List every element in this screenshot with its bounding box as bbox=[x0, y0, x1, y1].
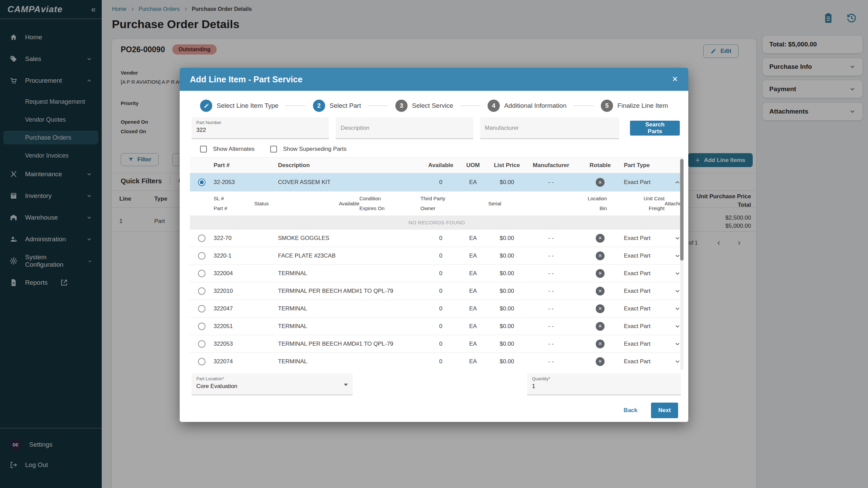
not-rotable-icon: ✕ bbox=[596, 251, 605, 260]
step-finalize-line-item: 5 Finalize Line Item bbox=[601, 100, 668, 112]
modal-title: Add Line Item - Part Service bbox=[190, 75, 302, 84]
part-row[interactable]: 322074 TERMINAL 0 EA $0.00 - - ✕ Exact P… bbox=[190, 353, 684, 370]
part-number-field[interactable]: Part Number bbox=[192, 117, 329, 139]
not-rotable-icon: ✕ bbox=[596, 287, 605, 296]
part-row[interactable]: 322-70 SMOKE GOGGLES 0 EA $0.00 - - ✕ Ex… bbox=[190, 229, 684, 247]
radio-icon[interactable] bbox=[198, 235, 205, 242]
scrollbar-thumb[interactable] bbox=[680, 159, 684, 261]
part-row[interactable]: 3220-1 FACE PLATE #23CAB 0 EA $0.00 - - … bbox=[190, 247, 684, 265]
radio-selected-icon[interactable] bbox=[198, 179, 205, 186]
not-rotable-icon: ✕ bbox=[596, 234, 605, 243]
part-row[interactable]: 322010 TERMINAL PER BEECH AMD#1 TO QPL-7… bbox=[190, 282, 684, 300]
radio-icon[interactable] bbox=[198, 340, 205, 348]
part-row[interactable]: 322051 TERMINAL 0 EA $0.00 - - ✕ Exact P… bbox=[190, 318, 684, 335]
checkbox-icon bbox=[270, 146, 277, 152]
radio-icon[interactable] bbox=[198, 323, 205, 330]
part-row[interactable]: 322047 TERMINAL 0 EA $0.00 - - ✕ Exact P… bbox=[190, 300, 684, 318]
no-records-row: NO RECORDS FOUND bbox=[190, 216, 684, 229]
add-line-item-modal: Add Line Item - Part Service ✕ Select Li… bbox=[180, 68, 688, 422]
not-rotable-icon: ✕ bbox=[596, 340, 605, 348]
stock-sub-table-header: SL #Part # Status Available ConditionExp… bbox=[190, 191, 684, 216]
collapse-row-icon[interactable] bbox=[674, 179, 681, 186]
expand-row-icon[interactable] bbox=[674, 252, 681, 259]
radio-icon[interactable] bbox=[198, 270, 205, 277]
stepper: Select Line Item Type 2 Select Part 3 Se… bbox=[200, 100, 668, 112]
expand-row-icon[interactable] bbox=[674, 270, 681, 277]
show-superseding-parts-checkbox[interactable]: Show Superseding Parts bbox=[270, 146, 347, 152]
manufacturer-input[interactable] bbox=[485, 117, 614, 139]
description-field[interactable] bbox=[336, 117, 473, 139]
part-row[interactable]: 322004 TERMINAL 0 EA $0.00 - - ✕ Exact P… bbox=[190, 265, 684, 282]
radio-icon[interactable] bbox=[198, 252, 205, 260]
not-rotable-icon: ✕ bbox=[596, 304, 605, 313]
close-icon[interactable]: ✕ bbox=[672, 75, 678, 84]
radio-icon[interactable] bbox=[198, 358, 205, 365]
part-row[interactable]: 322053 TERMINAL PER BEECH AMD#1 TO QPL-7… bbox=[190, 335, 684, 353]
not-rotable-icon: ✕ bbox=[596, 269, 605, 278]
quantity-field[interactable]: Quantity* bbox=[527, 373, 681, 395]
quantity-input[interactable] bbox=[532, 383, 676, 390]
expand-row-icon[interactable] bbox=[674, 341, 681, 347]
expand-row-icon[interactable] bbox=[674, 288, 681, 294]
expand-row-icon[interactable] bbox=[674, 323, 681, 330]
step-edit-icon bbox=[200, 100, 212, 112]
next-button[interactable]: Next bbox=[651, 403, 678, 418]
search-parts-button[interactable]: Search Parts bbox=[630, 121, 680, 136]
part-location-value: Core Evaluation bbox=[196, 383, 348, 390]
scrollbar-track[interactable] bbox=[680, 158, 684, 370]
part-number-input[interactable] bbox=[196, 127, 324, 134]
parts-table: Part # Description Available UOM List Pr… bbox=[190, 157, 684, 370]
description-input[interactable] bbox=[340, 117, 468, 139]
expand-row-icon[interactable] bbox=[674, 235, 681, 242]
not-rotable-icon: ✕ bbox=[596, 357, 605, 366]
expand-row-icon[interactable] bbox=[674, 358, 681, 365]
step-additional-information: 4 Additional Information bbox=[488, 100, 567, 112]
parts-rows: 322-70 SMOKE GOGGLES 0 EA $0.00 - - ✕ Ex… bbox=[190, 229, 684, 370]
manufacturer-field[interactable] bbox=[480, 117, 619, 139]
parts-table-header: Part # Description Available UOM List Pr… bbox=[190, 158, 684, 173]
part-location-select[interactable]: Part Location* Core Evaluation bbox=[192, 373, 353, 395]
select-caret-icon bbox=[344, 384, 348, 386]
radio-icon[interactable] bbox=[198, 305, 205, 312]
not-rotable-icon: ✕ bbox=[596, 322, 605, 331]
back-button[interactable]: Back bbox=[624, 407, 637, 414]
step-select-line-item-type: Select Line Item Type bbox=[200, 100, 278, 112]
expand-row-icon[interactable] bbox=[674, 305, 681, 312]
show-alternates-checkbox[interactable]: Show Alternates bbox=[200, 146, 255, 152]
part-row-selected[interactable]: 32-2053 COVER ASSEM KIT 0 EA $0.00 - - ✕… bbox=[190, 173, 684, 191]
radio-icon[interactable] bbox=[198, 287, 205, 295]
step-select-part: 2 Select Part bbox=[313, 100, 361, 112]
step-select-service: 3 Select Service bbox=[395, 100, 453, 112]
not-rotable-icon: ✕ bbox=[596, 178, 605, 187]
checkbox-icon bbox=[200, 146, 207, 152]
